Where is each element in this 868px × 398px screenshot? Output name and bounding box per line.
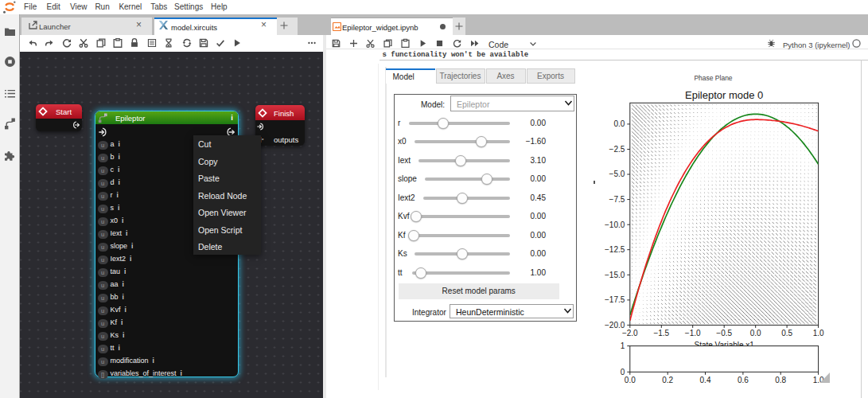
svg-text:0.0: 0.0 <box>625 376 636 384</box>
svg-text:0.6: 0.6 <box>738 376 749 384</box>
svg-text:0.8: 0.8 <box>775 376 786 384</box>
svg-text:−0.5: −0.5 <box>716 329 732 338</box>
svg-text:0.4: 0.4 <box>700 376 711 384</box>
svg-text:Epileptor mode 0: Epileptor mode 0 <box>685 89 763 101</box>
svg-text:0: 0 <box>621 368 625 377</box>
svg-text:−5.0: −5.0 <box>609 170 625 178</box>
svg-text:−15.0: −15.0 <box>605 271 625 279</box>
svg-text:1.0: 1.0 <box>813 329 824 338</box>
svg-text:−17.5: −17.5 <box>605 295 625 304</box>
svg-text:1: 1 <box>621 341 625 350</box>
svg-text:−1.5: −1.5 <box>653 329 669 338</box>
svg-text:−12.5: −12.5 <box>605 245 625 254</box>
svg-text:−7.5: −7.5 <box>609 195 625 204</box>
svg-text:−2.0: −2.0 <box>622 329 638 338</box>
svg-text:0.2: 0.2 <box>662 376 673 384</box>
svg-text:−10.0: −10.0 <box>605 220 625 229</box>
svg-text:0.5: 0.5 <box>781 329 792 338</box>
svg-text:−1.0: −1.0 <box>685 329 701 338</box>
svg-text:0.0: 0.0 <box>613 119 625 128</box>
svg-text:0.0: 0.0 <box>750 329 761 338</box>
svg-text:−2.5: −2.5 <box>609 145 625 154</box>
svg-text:Phase Plane: Phase Plane <box>694 74 732 82</box>
